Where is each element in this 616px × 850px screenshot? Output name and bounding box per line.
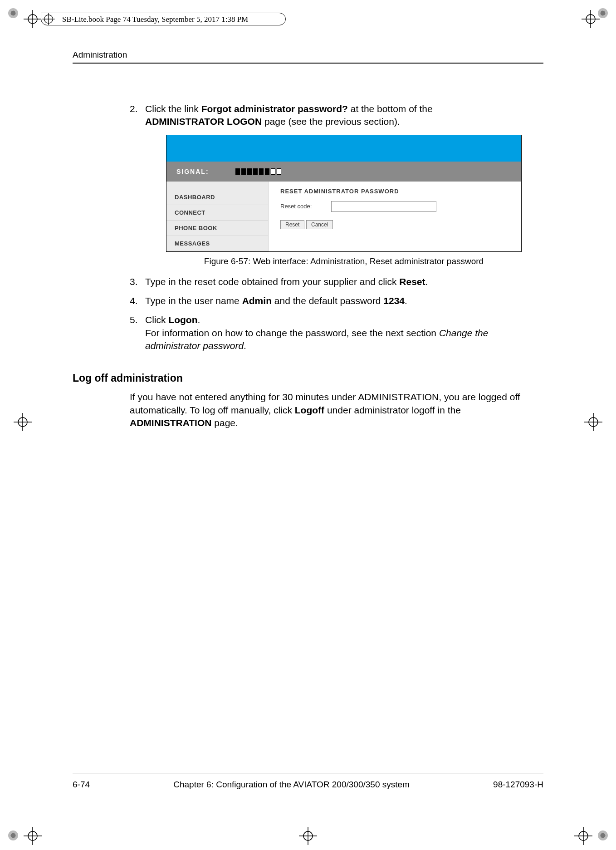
registration-mark-icon (24, 827, 42, 845)
step-list: 2. Click the link Forgot administrator p… (130, 103, 543, 352)
book-reg-icon (41, 11, 56, 27)
figure-sidebar: DASHBOARD CONNECT PHONE BOOK MESSAGES (166, 182, 269, 251)
step-text: Type in the reset code obtained from you… (145, 275, 543, 288)
figure-main-title: RESET ADMINISTRATOR PASSWORD (280, 188, 509, 195)
running-head: Administration (73, 50, 543, 63)
step-text: Click the link Forgot administrator pass… (145, 103, 543, 128)
reset-code-label: Reset code: (280, 203, 321, 210)
step-number: 3. (130, 275, 145, 288)
print-meta-tab: SB-Lite.book Page 74 Tuesday, September … (41, 13, 286, 25)
section-heading-logoff: Log off administration (73, 372, 543, 384)
crop-disc-icon (598, 830, 608, 840)
registration-mark-icon (24, 10, 42, 28)
signal-strength-icon (235, 168, 281, 175)
cancel-button[interactable]: Cancel (306, 220, 333, 229)
crop-disc-icon (8, 830, 18, 840)
step-number: 5. (130, 314, 145, 352)
figure-signalbar: SIGNAL: (166, 162, 521, 182)
footer-page-number: 6-74 (73, 780, 90, 790)
section-body-logoff: If you have not entered anything for 30 … (130, 391, 543, 429)
step-text: Click Logon. For information on how to c… (145, 314, 543, 352)
step-4: 4. Type in the user name Admin and the d… (130, 295, 543, 307)
sidebar-item-dashboard[interactable]: DASHBOARD (166, 190, 268, 205)
crop-disc-icon (8, 8, 18, 18)
step-5: 5. Click Logon. For information on how t… (130, 314, 543, 352)
step-text: Type in the user name Admin and the defa… (145, 295, 543, 307)
footer-rule (73, 773, 543, 773)
step-number: 4. (130, 295, 145, 307)
header-rule (73, 63, 543, 64)
print-meta-text: SB-Lite.book Page 74 Tuesday, September … (62, 15, 248, 24)
figure-main: RESET ADMINISTRATOR PASSWORD Reset code:… (269, 182, 521, 251)
footer-doc-id: 98-127093-H (493, 780, 543, 790)
registration-mark-icon (299, 827, 317, 845)
figure-titlebar (166, 135, 521, 162)
registration-mark-icon (574, 827, 592, 845)
sidebar-item-messages[interactable]: MESSAGES (166, 236, 268, 251)
step-3: 3. Type in the reset code obtained from … (130, 275, 543, 288)
footer-chapter: Chapter 6: Configuration of the AVIATOR … (90, 780, 493, 790)
reset-code-input[interactable] (331, 201, 436, 212)
figure-caption: Figure 6-57: Web interface: Administrati… (166, 256, 522, 266)
registration-mark-icon (582, 10, 600, 28)
registration-mark-icon (14, 413, 32, 431)
step-number: 2. (130, 103, 145, 128)
page-footer: 6-74 Chapter 6: Configuration of the AVI… (73, 773, 543, 790)
registration-mark-icon (584, 413, 602, 431)
step-2: 2. Click the link Forgot administrator p… (130, 103, 543, 128)
figure-6-57: SIGNAL: DASHBOARD CONNECT PHONE BOOK MES… (166, 135, 522, 266)
reset-button[interactable]: Reset (280, 220, 304, 229)
sidebar-item-phone-book[interactable]: PHONE BOOK (166, 221, 268, 236)
sidebar-item-connect[interactable]: CONNECT (166, 205, 268, 221)
signal-label: SIGNAL: (176, 168, 209, 175)
